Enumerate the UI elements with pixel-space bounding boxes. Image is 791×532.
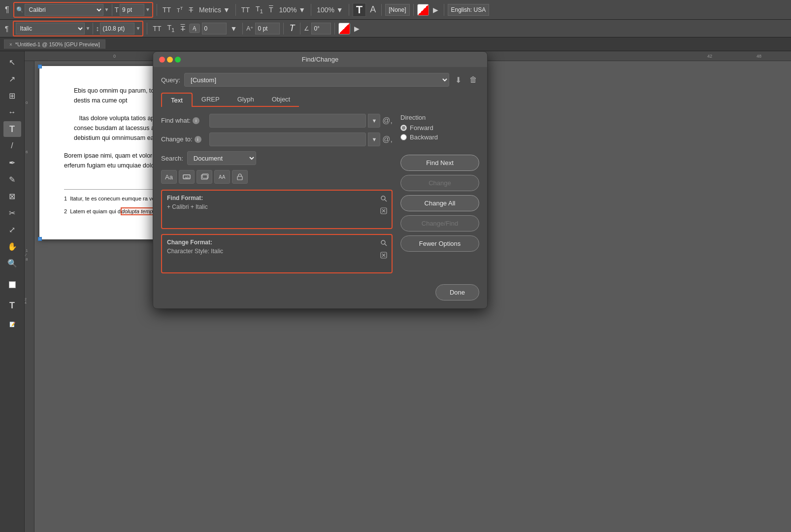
change-to-label: Change to: i [161,133,205,143]
change-format-clear-btn[interactable] [380,251,388,261]
leading-input[interactable]: (10.8 pt) [100,23,134,34]
a-icon: A [368,4,378,15]
fill-btn[interactable] [3,277,21,293]
aa-btn[interactable]: AA [214,170,230,184]
canvas-area: 0 6 42 48 0 6 1⁄8 24 Ebis quo omnim qu p… [25,51,791,532]
paragraph2-icon: ¶ [3,25,11,33]
direction-group: Direction Forward Backward [400,114,479,143]
find-what-info[interactable]: i [193,117,199,124]
dialog-maximize-btn[interactable] [175,57,181,63]
pen-tool[interactable]: ✒ [3,155,21,170]
hand-tool[interactable]: ✋ [3,238,21,254]
change-format-search-btn[interactable] [380,239,388,248]
scissors-tool[interactable]: ✂ [3,205,21,221]
page-tool[interactable]: ⊞ [3,88,21,103]
change-all-btn[interactable]: Change All [400,195,479,211]
locked-layers-btn[interactable] [232,170,248,184]
note-tool[interactable]: 📝 [3,316,21,332]
ruler-mark-v2_4: 24 [25,298,27,304]
free-transform-tool[interactable]: ⤢ [3,222,21,237]
ruler-mark-v1_8: 1⁄8 [26,248,28,262]
type-tool[interactable]: T [3,121,21,137]
find-format-search-btn[interactable] [380,195,388,204]
case-sensitive-btn[interactable]: Aa [161,170,177,184]
change-format-box: Change Format: Character Style: Italic [161,234,393,273]
footnote-2-num: 2 [64,207,67,216]
find-what-dropdown[interactable]: ▼ [368,114,380,128]
fewer-options-btn[interactable]: Fewer Options [400,235,479,252]
tt-btn2[interactable]: TT [175,5,185,14]
none-label-btn[interactable]: [None] [385,4,409,16]
change-format-title: Change Format: [167,239,387,246]
tt-btn4[interactable]: TT [239,5,252,15]
dialog-close-btn[interactable] [159,57,165,63]
tab-text[interactable]: Text [161,93,193,107]
t-large-icon: T [353,3,366,17]
ruler-left: 0 6 1⁄8 24 [25,61,34,532]
footnote-1-num: 1 [64,195,67,203]
change-to-at: @, [382,135,393,144]
change-find-btn[interactable]: Change/Find [400,215,479,232]
expand2-btn[interactable]: ▶ [352,24,362,33]
angle-input[interactable]: 0° [311,23,331,34]
change-to-dropdown[interactable]: ▼ [368,133,380,146]
tab-close-btn[interactable]: × [9,42,12,47]
pencil-tool[interactable]: ✎ [3,171,21,187]
document-tab[interactable]: × *Untitled-1 @ 150% [GPU Preview] [4,39,105,49]
t-type-icon[interactable]: T [287,22,297,34]
backward-radio[interactable] [400,134,407,140]
scale2-btn[interactable]: 100% ▼ [315,5,345,15]
direct-select-tool[interactable]: ↗ [3,71,21,87]
line-tool[interactable]: / [3,138,21,154]
baseline-input[interactable]: 0 pt [255,23,280,34]
opentype-btn[interactable]: A̧ [189,24,200,33]
expand-btn[interactable]: ▶ [431,5,440,15]
metrics-select[interactable]: Metrics ▼ [197,5,232,15]
find-what-input[interactable] [209,114,366,128]
zoom-tool[interactable]: 🔍 [3,255,21,271]
change-to-info[interactable]: i [195,136,201,143]
font-family-select[interactable]: Calibri [25,4,103,16]
search-select[interactable]: Document Story Selection All Documents [187,151,256,165]
stacked-pages-btn[interactable] [197,170,212,184]
tab-object[interactable]: Object [263,93,299,106]
tt-strikethrough[interactable]: T [267,5,275,15]
ttstyle3[interactable]: T̶ [179,24,187,33]
tab-grep[interactable]: GREP [193,93,229,106]
toolbar-row2: ¶ Italic ▼ ↕ (10.8 pt) ▼ TT T1 T̶ A̧ 0 ▼… [0,20,791,37]
tt-btn1[interactable]: TT [161,5,173,15]
change-btn[interactable]: Change [400,175,479,191]
scale1-btn[interactable]: 100% ▼ [277,5,308,15]
lang-btn[interactable]: English: USA [448,4,490,16]
tt-btn5[interactable]: T1 [254,4,265,15]
dialog-minimize-btn[interactable] [167,57,173,63]
change-to-input-wrap: ▼ @, [209,133,393,146]
forward-radio[interactable] [400,125,407,131]
select-tool[interactable]: ↖ [3,54,21,70]
query-select[interactable]: [Custom] [184,73,449,87]
tab-glyph[interactable]: Glyph [229,93,263,106]
find-next-btn[interactable]: Find Next [400,155,479,171]
kerning-dropdown[interactable]: ▼ [229,24,239,33]
done-btn[interactable]: Done [435,284,479,300]
svg-line-12 [385,244,387,246]
find-what-at: @, [382,116,393,125]
save-query-btn[interactable]: ⬇ [453,74,463,86]
whole-word-btn[interactable]: ab [179,170,195,184]
ttstyle2[interactable]: T1 [165,23,176,34]
font-style-select[interactable]: Italic [16,23,85,34]
ttstyle1[interactable]: TT [151,24,163,33]
kerning-input[interactable]: 0 [202,23,227,34]
paragraph-icon: ¶ [3,5,11,14]
delete-query-btn[interactable]: 🗑 [467,74,479,85]
find-format-clear-btn[interactable] [380,207,388,216]
type-tool2[interactable]: T [3,298,21,313]
backward-label: Backward [410,133,438,141]
dialog-columns: Find what: i ▼ @, C [161,114,479,278]
gap-tool[interactable]: ↔ [3,104,21,120]
change-to-input[interactable] [209,133,366,146]
tt-btn3[interactable]: T [187,5,195,15]
rect-frame-tool[interactable]: ⊠ [3,188,21,204]
svg-text:AA: AA [219,174,226,180]
font-size-input[interactable]: 9 pt [120,4,144,16]
